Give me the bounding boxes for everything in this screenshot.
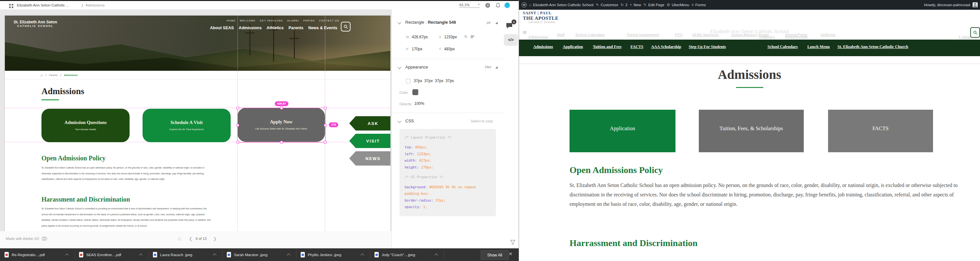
selection-handle[interactable] — [324, 124, 326, 126]
wp-site-menu[interactable]: ⌂ Elizabeth Ann Seton Catholic School — [529, 3, 593, 7]
xd-viewer-footer: Made with Adobe XD ⌂ ❮ 6 of 13 ❯ — [0, 231, 391, 248]
nav-athletics[interactable]: Athletics — [267, 26, 284, 30]
subnav-uniforms[interactable]: Uniforms — [821, 33, 835, 37]
subnav-parent-involvement[interactable]: Parent Involvement — [627, 33, 659, 37]
mainnav-news-events[interactable]: News/Events — [785, 34, 808, 40]
breadcrumb-parents[interactable]: Parents — [49, 74, 58, 77]
admission-questions-button[interactable]: Admission Questions Your Answer Awaits — [41, 109, 130, 142]
nav-parents[interactable]: Parents — [289, 26, 304, 30]
download-item[interactable]: SEAS Enrollme....pdf — [75, 248, 148, 261]
nav-contact-us[interactable]: CONTACT US — [319, 19, 339, 22]
wp-ubermenu[interactable]: ⚙ UberMenu — [667, 3, 689, 7]
color-swatch[interactable] — [412, 89, 418, 95]
wp-user-avatar[interactable] — [972, 2, 978, 8]
nav-admissions[interactable]: Admissions — [239, 26, 262, 30]
greennav-tuition-and-fees[interactable]: Tuition and Fees — [593, 45, 621, 50]
selection-handle[interactable] — [237, 141, 239, 144]
prev-artboard-button[interactable]: ❮ — [189, 236, 192, 241]
news-tab[interactable]: NEWS — [349, 151, 390, 166]
selection-handle[interactable] — [280, 141, 283, 144]
section-collapse-chevron-icon[interactable] — [398, 65, 401, 69]
nav-get-involved[interactable]: GET INVOLVED — [260, 19, 283, 22]
wp-updates[interactable]: ↻ 2 — [620, 3, 627, 7]
show-all-downloads-button[interactable]: Show All — [481, 250, 509, 260]
download-item[interactable]: Phyllis Jenkins .jpeg — [296, 248, 370, 261]
close-downloads-bar-icon[interactable]: ✕ — [509, 251, 512, 256]
selection-handle[interactable] — [280, 107, 283, 109]
wp-edit-page[interactable]: ✎ Edit Page — [643, 3, 665, 7]
section-collapse-chevron-icon[interactable] — [398, 119, 401, 123]
selection-handle[interactable] — [324, 107, 326, 109]
subnav-staff[interactable]: Staff — [557, 33, 564, 37]
visit-tab[interactable]: VISIT — [349, 134, 390, 148]
nav-home[interactable]: HOME — [226, 19, 235, 22]
greennav-aaa-scholarship[interactable]: AAA Scholarship — [651, 45, 681, 50]
application-card[interactable]: Application — [570, 110, 676, 152]
units-selector[interactable]: px — [487, 21, 491, 24]
selection-handle[interactable] — [237, 107, 239, 109]
made-with-adobe-xd-link[interactable]: Made with Adobe XD — [6, 237, 39, 240]
subnav-school-calendars[interactable]: School Calendars — [575, 33, 605, 37]
nav-news-events[interactable]: News & Events — [308, 26, 337, 30]
greennav-admissions[interactable]: Admissions — [533, 45, 553, 50]
user-avatar[interactable] — [504, 3, 510, 8]
section-collapse-chevron-icon[interactable] — [398, 21, 401, 24]
ask-tab[interactable]: ASK — [349, 116, 390, 130]
nav-alumni[interactable]: ALUMNI — [287, 19, 299, 22]
notifications-bell-icon[interactable] — [496, 3, 500, 8]
site-search-button[interactable] — [970, 27, 980, 38]
tuition-fees-scholarships-card[interactable]: Tuition, Fees, & Scholarships — [699, 110, 804, 152]
chevron-up-icon[interactable] — [65, 253, 69, 257]
greennav-facts[interactable]: FACTS — [630, 45, 643, 50]
download-item[interactable]: Jody "Coach"....jpeg — [370, 248, 444, 261]
nav-welcome[interactable]: WELCOME — [240, 19, 256, 22]
filter-funnel-icon[interactable] — [510, 240, 515, 245]
design-search-button[interactable] — [341, 22, 350, 32]
chevron-up-icon[interactable] — [139, 253, 143, 257]
wordpress-logo-icon[interactable]: W — [522, 2, 527, 8]
nav-about-seas[interactable]: About SEAS — [210, 26, 234, 30]
color-format-dropdown-icon[interactable] — [495, 66, 498, 69]
zoom-level-control[interactable]: 63.1% ▾ — [460, 3, 479, 8]
design-artboard[interactable]: St. Elizabeth Ann Seton CATHOLIC SCHOOL … — [5, 16, 390, 231]
wp-new[interactable]: + New — [630, 3, 641, 7]
specs-code-toggle-button[interactable]: </> — [504, 34, 518, 46]
help-button[interactable]: ? — [485, 3, 490, 8]
home-artboard-button[interactable]: ⌂ — [178, 236, 181, 241]
color-format-selector[interactable]: Hex — [485, 65, 492, 69]
wp-forms[interactable]: ≡ Forms — [691, 3, 706, 7]
grid-icon[interactable] — [9, 4, 13, 8]
units-dropdown-icon[interactable] — [495, 22, 498, 24]
wp-howdy[interactable]: Howdy, diocesan-palmcoast — [924, 3, 970, 7]
greennav-lunch-menu[interactable]: Lunch Menu — [807, 45, 830, 50]
home-icon[interactable]: ⌂ — [40, 73, 43, 77]
jpeg-file-icon — [301, 252, 305, 258]
greennav-seas-church[interactable]: St. Elizabeth Ann Seton Catholic Church — [837, 45, 908, 50]
download-item[interactable]: Laura Rausch .jpeg — [148, 248, 222, 261]
selection-handle[interactable] — [324, 141, 326, 144]
chevron-up-icon[interactable] — [287, 253, 290, 257]
chevron-up-icon[interactable] — [361, 253, 364, 257]
css-code-block[interactable]: /* Layout Properties */ top: 483px; left… — [399, 129, 496, 216]
schedule-a-visit-button[interactable]: Schedule A Visit Explore the St. Paul Ex… — [143, 109, 231, 142]
wp-customize-label: Customize — [601, 3, 618, 7]
document-title[interactable]: Elizabeth Ann Seton Catholic ... — [17, 3, 69, 7]
wp-customize[interactable]: ✎ Customize — [596, 3, 618, 7]
next-artboard-button[interactable]: ❯ — [213, 236, 217, 241]
mainnav-athletics[interactable]: Athletics — [759, 34, 775, 40]
greennav-step-up-for-students[interactable]: Step Up For Students — [689, 45, 726, 50]
greennav-school-calendars[interactable]: School Calendars — [767, 45, 798, 50]
nav-parish[interactable]: PARISH — [303, 19, 315, 22]
chevron-up-icon[interactable] — [434, 253, 438, 257]
subnav-pto[interactable]: PTO — [675, 33, 682, 37]
facts-card[interactable]: FACTS — [828, 110, 933, 152]
greennav-application[interactable]: Application — [563, 45, 583, 50]
hero-image: St. Elizabeth Ann Seton CATHOLIC SCHOOL … — [5, 16, 390, 71]
site-logo[interactable]: SAINT | PAUL THE APOSTLE CATHOLIC SCHOOL — [523, 11, 558, 23]
download-item[interactable]: Sarah Marston .jpeg — [222, 248, 296, 261]
mainnav-admissions[interactable]: Admissions — [528, 34, 549, 40]
download-item[interactable]: Re-Registratio....pdf — [0, 248, 75, 261]
subnav-seas-sponsors[interactable]: SEAS Sponsors — [692, 33, 719, 37]
selection-handle[interactable] — [237, 124, 239, 126]
chevron-up-icon[interactable] — [213, 253, 216, 257]
